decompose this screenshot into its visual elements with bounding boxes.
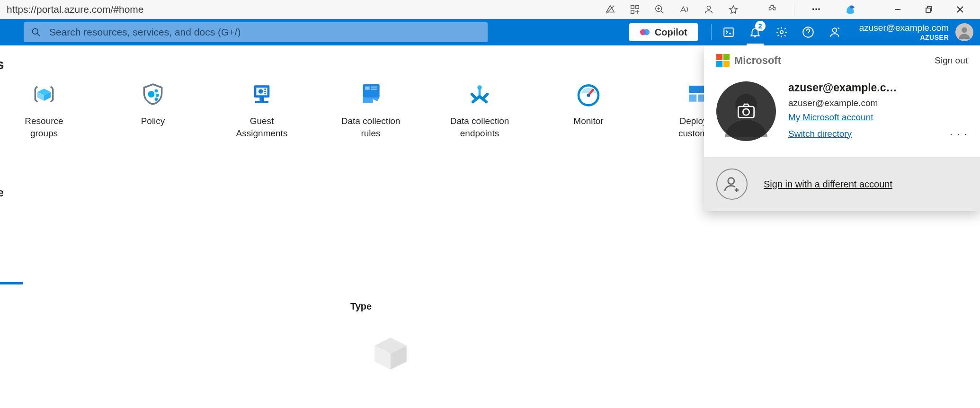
svg-rect-8 [926,8,930,12]
zoom-icon[interactable] [654,4,665,15]
service-label: Policy [141,115,165,127]
monitor-icon [575,81,602,107]
service-data-collection-rules[interactable]: Data collection rules [341,81,401,139]
svg-rect-38 [371,87,377,88]
sign-in-different-account-link[interactable]: Sign in with a different account [764,179,892,190]
svg-point-14 [643,29,650,35]
microsoft-logo: Microsoft [716,54,781,67]
svg-point-24 [148,91,155,98]
svg-rect-21 [738,106,754,117]
service-label: Monitor [573,115,603,127]
read-aloud-off-icon[interactable] [605,4,616,15]
my-microsoft-account-link[interactable]: My Microsoft account [788,112,968,123]
window-close-button[interactable] [955,5,965,14]
search-box[interactable] [24,22,488,42]
add-account-avatar-icon [716,169,748,200]
copilot-icon [640,27,650,37]
avatar-small [955,23,973,41]
settings-gear-icon[interactable] [768,19,795,45]
help-icon[interactable] [795,19,821,45]
svg-point-33 [264,93,266,95]
switch-directory-link[interactable]: Switch directory [788,129,852,139]
service-label: Guest Assignments [236,115,288,139]
svg-point-31 [264,89,266,90]
svg-point-19 [962,27,967,33]
svg-point-23 [728,178,734,184]
more-options-icon[interactable]: · · · [940,126,968,141]
popover-email: azuser@example.com [788,98,968,108]
empty-state-cube-icon [369,332,412,375]
extensions-icon[interactable] [766,4,778,15]
svg-point-43 [587,94,590,97]
svg-point-25 [155,89,158,93]
svg-rect-34 [259,98,264,101]
notifications-badge: 2 [755,21,766,31]
svg-rect-36 [363,84,380,98]
column-type[interactable]: Type [350,301,372,312]
toolbar-divider [794,4,794,15]
popover-display-name: azuser@example.c… [788,81,968,94]
policy-icon [140,81,166,107]
svg-rect-37 [365,87,369,90]
account-popover: Microsoft Sign out azuser@example.c… azu… [704,45,980,211]
copilot-button[interactable]: Copilot [629,23,698,41]
favorite-star-icon[interactable] [728,4,739,15]
notifications-icon[interactable]: 2 [742,19,768,45]
microsoft-squares-icon [716,54,730,67]
account-tenant: AZUSER [859,34,949,42]
svg-point-26 [156,94,159,97]
avatar-large[interactable] [716,81,776,141]
read-aloud-icon[interactable] [678,4,690,15]
toolbar-divider [711,24,712,40]
more-icon[interactable]: ··· [811,4,822,15]
svg-rect-39 [371,89,377,89]
window-restore-button[interactable] [924,5,934,14]
svg-point-6 [707,6,710,9]
dcr-icon [357,81,384,107]
account-block[interactable]: azuser@example.com AZUSER [848,22,980,42]
svg-rect-35 [255,101,268,103]
azure-top-bar: Copilot 2 azuser@example.com AZUSER [0,19,980,45]
svg-rect-45 [688,94,697,102]
service-label: Data collection rules [341,115,401,139]
copilot-browser-icon[interactable] [845,4,856,15]
cloud-shell-icon[interactable] [715,19,742,45]
microsoft-brand-label: Microsoft [734,54,781,67]
svg-point-32 [264,90,266,92]
svg-rect-3 [631,10,634,13]
sign-out-link[interactable]: Sign out [935,55,968,66]
service-label: Resource groups [25,115,63,139]
camera-icon [737,103,756,119]
profile-icon[interactable] [703,4,714,15]
svg-rect-2 [636,5,639,8]
add-app-icon[interactable] [629,4,641,15]
browser-toolbar-icons: ··· [605,4,977,15]
service-guest-assignments[interactable]: Guest Assignments [232,81,292,139]
address-bar[interactable] [3,2,592,17]
copilot-label: Copilot [655,27,687,38]
svg-line-12 [37,34,40,36]
search-input[interactable] [49,27,480,38]
service-monitor[interactable]: Monitor [559,81,618,139]
account-email: azuser@example.com [859,22,949,34]
svg-point-16 [780,31,783,34]
svg-rect-15 [724,28,733,36]
search-icon [31,27,41,37]
svg-line-5 [661,10,664,13]
service-data-collection-endpoints[interactable]: Data collection endpoints [450,81,509,139]
svg-point-11 [33,29,38,35]
svg-point-27 [155,98,158,101]
svg-rect-1 [631,5,634,8]
svg-point-18 [832,28,837,32]
dce-icon [466,81,493,107]
svg-point-30 [258,89,263,94]
window-minimize-button[interactable] [893,5,902,14]
feedback-icon[interactable] [821,19,848,45]
service-resource-groups[interactable]: Resource groups [14,81,74,139]
avatar-icon [958,26,971,39]
svg-point-22 [743,109,749,115]
resource-groups-icon [31,81,57,107]
service-label: Data collection endpoints [450,115,509,139]
tab-underline [0,282,23,284]
service-policy[interactable]: Policy [123,81,183,139]
